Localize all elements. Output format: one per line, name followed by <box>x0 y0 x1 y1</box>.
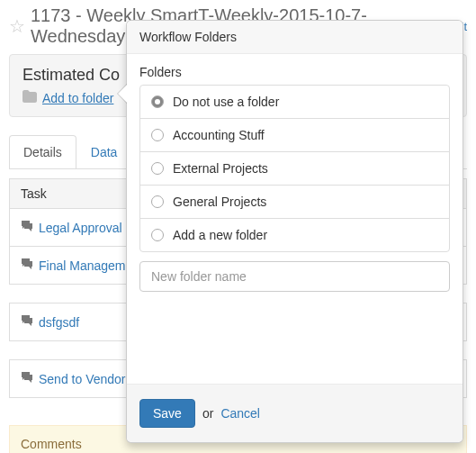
tab-details[interactable]: Details <box>9 135 76 168</box>
folder-options: Do not use a folder Accounting Stuff Ext… <box>139 85 450 252</box>
task-link[interactable]: Legal Approval <box>39 221 122 235</box>
radio-icon <box>151 162 164 175</box>
option-label: General Projects <box>173 195 266 209</box>
star-icon[interactable]: ☆ <box>9 15 25 37</box>
save-button[interactable]: Save <box>139 399 195 428</box>
comment-icon <box>21 314 33 330</box>
or-text: or <box>202 406 213 421</box>
folder-option-accounting[interactable]: Accounting Stuff <box>140 119 449 152</box>
radio-icon <box>151 229 164 241</box>
option-label: Do not use a folder <box>173 95 279 109</box>
task-link[interactable]: Send to Vendor <box>39 372 126 386</box>
cancel-link[interactable]: Cancel <box>220 406 260 421</box>
folder-option-external[interactable]: External Projects <box>140 152 449 186</box>
folder-icon <box>22 90 37 105</box>
comment-icon <box>21 258 33 273</box>
popover-footer: Save or Cancel <box>127 384 463 442</box>
radio-icon <box>151 95 164 108</box>
radio-icon <box>151 195 164 208</box>
comment-icon <box>21 371 33 386</box>
folder-option-add-new[interactable]: Add a new folder <box>140 219 449 251</box>
comment-icon <box>21 220 33 235</box>
option-label: External Projects <box>173 161 268 176</box>
folder-option-general[interactable]: General Projects <box>140 186 449 219</box>
folder-option-none[interactable]: Do not use a folder <box>140 86 449 119</box>
radio-icon <box>151 129 164 141</box>
add-to-folder-link[interactable]: Add to folder <box>42 91 113 105</box>
workflow-folders-popover: Workflow Folders Folders Do not use a fo… <box>126 20 463 443</box>
option-label: Add a new folder <box>173 228 267 242</box>
new-folder-input[interactable] <box>139 261 450 292</box>
popover-title: Workflow Folders <box>127 21 463 54</box>
tab-data[interactable]: Data <box>76 135 132 168</box>
folders-label: Folders <box>139 65 450 79</box>
task-link[interactable]: dsfgsdf <box>39 315 79 330</box>
option-label: Accounting Stuff <box>173 128 265 142</box>
